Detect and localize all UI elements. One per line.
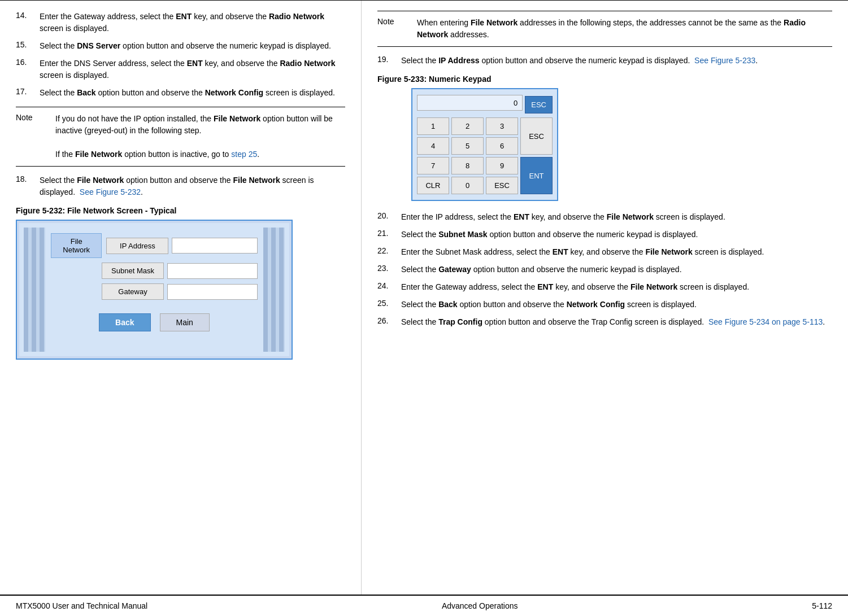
kp-0[interactable]: 0	[451, 177, 484, 194]
figure234-link[interactable]: See Figure 5-234 on page 5-113	[708, 317, 823, 326]
step-17: 17. Select the Back option button and ob…	[16, 87, 345, 99]
footer-left: MTX5000 User and Technical Manual	[16, 601, 147, 610]
kp-clr[interactable]: CLR	[417, 177, 449, 194]
step-num-18: 18.	[16, 174, 40, 198]
fn-subnet-mask-btn[interactable]: Subnet Mask	[102, 263, 164, 279]
step-num-16: 16.	[16, 58, 40, 81]
file-network-screen: File Network IP Address Subnet Mask	[16, 220, 293, 360]
fn-row-gateway: Gateway	[51, 283, 258, 300]
note-block-1: Note If you do not have the IP option in…	[16, 107, 345, 167]
step-text-14: Enter the Gateway address, select the EN…	[40, 11, 345, 34]
keypad-display-value: 0	[514, 99, 518, 107]
step-text-23: Select the Gateway option button and obs…	[401, 264, 682, 276]
step-num-15: 15.	[16, 40, 40, 52]
right-stripes	[263, 228, 285, 352]
kp-4[interactable]: 4	[417, 137, 449, 155]
step-text-26: Select the Trap Config option button and…	[401, 316, 825, 328]
step-22: 22. Enter the Subnet Mask address, selec…	[377, 246, 832, 258]
fn-back-btn[interactable]: Back	[99, 313, 150, 331]
step-18: 18. Select the File Network option butto…	[16, 174, 345, 198]
kp-7[interactable]: 7	[417, 157, 449, 174]
footer-right: 5-112	[812, 601, 832, 610]
note-label-2: Note	[377, 17, 417, 41]
kp-esc-bottom[interactable]: ESC	[486, 177, 518, 194]
screen-inner: File Network IP Address Subnet Mask	[19, 223, 289, 356]
step-16: 16. Enter the DNS Server address, select…	[16, 58, 345, 81]
step-15: 15. Select the DNS Server option button …	[16, 40, 345, 52]
step-26: 26. Select the Trap Config option button…	[377, 316, 832, 328]
fn-row-subnet: Subnet Mask	[51, 263, 258, 279]
figure233-link[interactable]: See Figure 5-233	[694, 56, 755, 65]
step-text-25: Select the Back option button and observ…	[401, 299, 697, 311]
figure-233-title: Figure 5-233: Numeric Keypad	[377, 75, 832, 84]
step-num-21: 21.	[377, 229, 401, 241]
kp-esc-right[interactable]: ESC	[520, 117, 553, 155]
note-text-1: If you do not have the IP option install…	[55, 113, 345, 160]
numeric-keypad: 0 ESC 1 2 3 ESC 4 5 6	[411, 88, 558, 201]
step-text-16: Enter the DNS Server address, select the…	[40, 58, 345, 81]
note-block-2: Note When entering File Network addresse…	[377, 11, 832, 47]
left-column: 14. Enter the Gateway address, select th…	[0, 1, 362, 595]
step-25: 25. Select the Back option button and ob…	[377, 299, 832, 311]
screen-center: File Network IP Address Subnet Mask	[45, 228, 263, 352]
step-text-20: Enter the IP address, select the ENT key…	[401, 211, 725, 223]
page-container: 14. Enter the Gateway address, select th…	[0, 0, 848, 616]
step-20: 20. Enter the IP address, select the ENT…	[377, 211, 832, 223]
kp-5[interactable]: 5	[451, 137, 484, 155]
kp-6[interactable]: 6	[486, 137, 518, 155]
step-23: 23. Select the Gateway option button and…	[377, 264, 832, 276]
step-num-23: 23.	[377, 264, 401, 276]
step-21: 21. Select the Subnet Mask option button…	[377, 229, 832, 241]
step-num-14: 14.	[16, 11, 40, 34]
fn-bottom-btns: Back Main	[51, 313, 258, 331]
fn-gateway-btn[interactable]: Gateway	[102, 283, 164, 300]
main-content: 14. Enter the Gateway address, select th…	[0, 0, 848, 595]
footer-center: Advanced Operations	[442, 601, 518, 610]
fn-row-ip: File Network IP Address	[51, 233, 258, 258]
fn-ip-address-btn[interactable]: IP Address	[106, 238, 168, 254]
step-num-20: 20.	[377, 211, 401, 223]
note-label-1: Note	[16, 113, 55, 160]
step-19: 19. Select the IP Address option button …	[377, 55, 832, 67]
kp-ent[interactable]: ENT	[520, 157, 553, 194]
right-column: Note When entering File Network addresse…	[362, 1, 848, 595]
fn-subnet-input	[167, 263, 258, 279]
step-num-24: 24.	[377, 281, 401, 293]
step25-link[interactable]: step 25	[231, 150, 257, 159]
step-num-26: 26.	[377, 316, 401, 328]
fn-file-network-label: File Network	[51, 233, 102, 258]
step-text-24: Enter the Gateway address, select the EN…	[401, 281, 749, 293]
step-24: 24. Enter the Gateway address, select th…	[377, 281, 832, 293]
kp-1[interactable]: 1	[417, 117, 449, 135]
keypad-display: 0	[417, 95, 523, 111]
step-num-19: 19.	[377, 55, 401, 67]
left-stripes	[24, 228, 45, 352]
figure-232-title: Figure 5-232: File Network Screen - Typi…	[16, 206, 345, 215]
kp-3[interactable]: 3	[486, 117, 518, 135]
kp-9[interactable]: 9	[486, 157, 518, 174]
step-text-18: Select the File Network option button an…	[40, 174, 345, 198]
footer-bar: MTX5000 User and Technical Manual Advanc…	[0, 595, 848, 616]
step-text-17: Select the Back option button and observ…	[40, 87, 335, 99]
kp-2[interactable]: 2	[451, 117, 484, 135]
step-num-22: 22.	[377, 246, 401, 258]
note-text-2: When entering File Network addresses in …	[417, 17, 832, 41]
step-text-22: Enter the Subnet Mask address, select th…	[401, 246, 764, 258]
kp-8[interactable]: 8	[451, 157, 484, 174]
step-num-17: 17.	[16, 87, 40, 99]
figure232-link[interactable]: See Figure 5-232	[80, 187, 141, 196]
step-text-19: Select the IP Address option button and …	[401, 55, 758, 67]
fn-gateway-input	[167, 284, 258, 300]
step-text-15: Select the DNS Server option button and …	[40, 40, 331, 52]
esc-top-btn[interactable]: ESC	[525, 96, 553, 113]
step-14: 14. Enter the Gateway address, select th…	[16, 11, 345, 34]
step-num-25: 25.	[377, 299, 401, 311]
fn-ip-input	[172, 238, 258, 254]
fn-main-btn[interactable]: Main	[160, 313, 210, 331]
step-text-21: Select the Subnet Mask option button and…	[401, 229, 698, 241]
